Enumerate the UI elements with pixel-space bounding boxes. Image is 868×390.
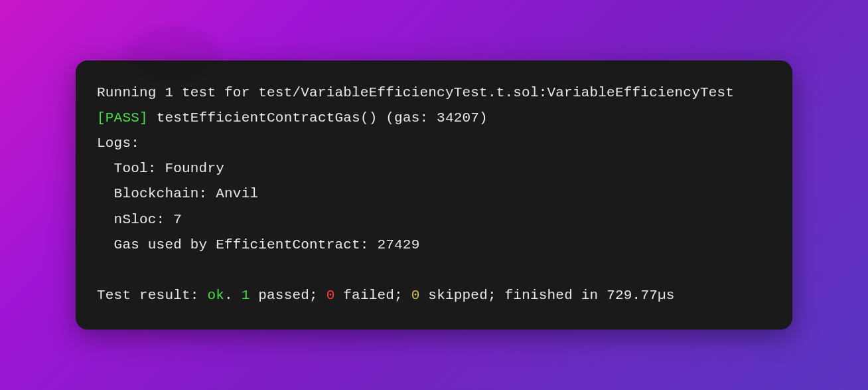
logs-label: Logs: bbox=[97, 131, 771, 156]
pass-label: PASS bbox=[106, 110, 139, 126]
failed-count: 0 bbox=[326, 288, 335, 303]
result-prefix: Test result: bbox=[97, 288, 207, 303]
log-blockchain: Blockchain: Anvil bbox=[97, 181, 771, 207]
terminal-output: Running 1 test for test/VariableEfficien… bbox=[76, 60, 792, 330]
log-nsloc: nSloc: 7 bbox=[97, 207, 771, 233]
log-gas-used: Gas used by EfficientContract: 27429 bbox=[97, 233, 771, 258]
blank-line bbox=[97, 258, 771, 283]
passed-label: passed; bbox=[250, 288, 326, 303]
result-after-ok: . bbox=[224, 288, 242, 303]
result-ok: ok bbox=[207, 288, 224, 303]
pass-line: [PASS] testEfficientContractGas() (gas: … bbox=[97, 106, 771, 131]
running-test-line: Running 1 test for test/VariableEfficien… bbox=[97, 80, 771, 106]
pass-bracket-close: ] bbox=[139, 110, 148, 126]
skipped-count: 0 bbox=[411, 288, 420, 303]
test-name: testEfficientContractGas() (gas: 34207) bbox=[148, 110, 488, 126]
passed-count: 1 bbox=[242, 288, 250, 303]
pass-bracket-open: [ bbox=[97, 110, 106, 126]
test-result-line: Test result: ok. 1 passed; 0 failed; 0 s… bbox=[97, 283, 771, 308]
failed-label: failed; bbox=[335, 288, 411, 303]
skipped-label: skipped; finished in 729.77µs bbox=[420, 288, 675, 303]
log-tool: Tool: Foundry bbox=[97, 156, 771, 181]
